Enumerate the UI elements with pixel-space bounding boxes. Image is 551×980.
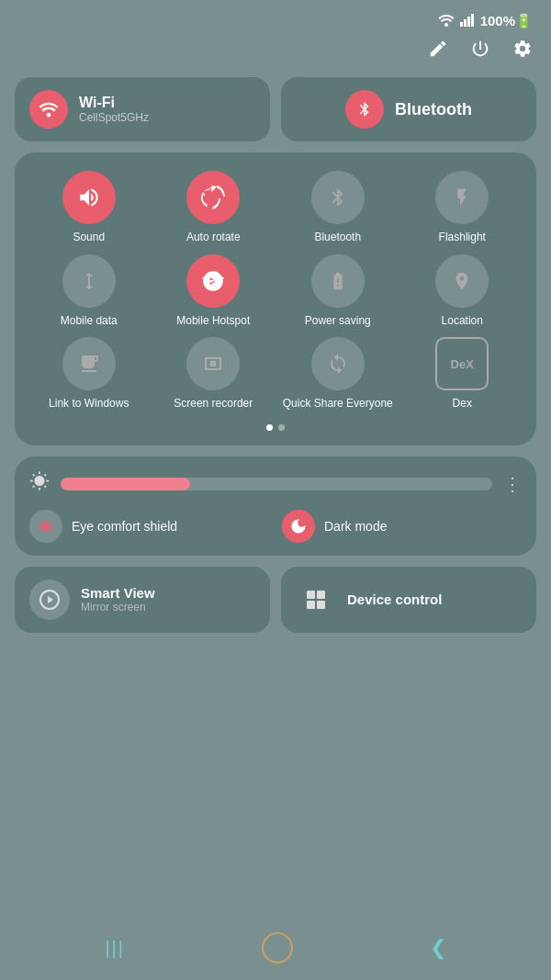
svg-point-6 [43, 523, 50, 529]
shortcut-link-windows[interactable]: Link to Windows [29, 337, 149, 411]
signal-icon [460, 14, 475, 29]
link-windows-label: Link to Windows [49, 397, 129, 411]
power-saving-label: Power saving [305, 314, 371, 329]
shortcut-mobile-hotspot[interactable]: Mobile Hotspot [154, 254, 274, 329]
power-saving-icon [311, 254, 365, 308]
svg-rect-2 [464, 19, 467, 27]
svg-rect-4 [471, 14, 474, 27]
shortcut-flashlight[interactable]: Flashlight [403, 171, 523, 245]
bluetooth-toggle-icon [345, 90, 384, 129]
svg-rect-9 [307, 591, 315, 599]
edit-icon[interactable] [428, 39, 448, 64]
smart-view-icon [29, 580, 70, 620]
comfort-row: Eye comfort shield Dark mode [29, 510, 522, 543]
svg-point-5 [47, 113, 51, 118]
smart-view-subtitle: Mirror screen [81, 601, 155, 614]
nav-bar: ||| ❮ [0, 916, 551, 980]
svg-rect-10 [317, 591, 325, 599]
hotspot-icon [186, 254, 240, 308]
dark-mode-item[interactable]: Dark mode [282, 510, 522, 543]
brightness-panel: ⋮ Eye comfort shield Dark mode [15, 456, 536, 556]
bottom-tiles: Smart View Mirror screen Device control [0, 567, 551, 648]
top-actions [0, 35, 551, 77]
eye-comfort-item[interactable]: Eye comfort shield [29, 510, 269, 543]
mobile-data-label: Mobile data [61, 314, 118, 329]
location-icon [435, 254, 489, 308]
sound-icon [62, 171, 116, 224]
screen-recorder-label: Screen recorder [174, 397, 253, 411]
bluetooth-title: Bluetooth [395, 100, 472, 119]
smart-view-tile[interactable]: Smart View Mirror screen [15, 567, 270, 633]
wifi-toggle-text: Wi-Fi CellSpot5GHz [79, 95, 149, 124]
shortcut-screen-recorder[interactable]: Screen recorder [154, 337, 274, 411]
brightness-fill [61, 478, 190, 490]
wifi-title: Wi-Fi [79, 95, 149, 111]
shortcut-location[interactable]: Location [403, 254, 523, 329]
dark-mode-icon [282, 510, 315, 543]
device-control-title: Device control [347, 591, 442, 607]
smart-view-title: Smart View [81, 585, 155, 601]
shortcuts-grid: Sound Auto rotate Bluetooth [29, 171, 522, 411]
flashlight-icon [435, 171, 489, 224]
hotspot-label: Mobile Hotspot [176, 314, 250, 329]
svg-rect-1 [460, 22, 463, 27]
dark-mode-label: Dark mode [324, 519, 387, 534]
dot-2 [278, 424, 285, 431]
power-icon[interactable] [470, 39, 490, 64]
sound-label: Sound [73, 231, 105, 245]
bluetooth-toggle[interactable]: Bluetooth [281, 77, 536, 141]
quick-toggles: Wi-Fi CellSpot5GHz Bluetooth [0, 77, 551, 152]
shortcut-mobile-data[interactable]: Mobile data [29, 254, 149, 329]
svg-rect-11 [307, 601, 315, 609]
auto-rotate-label: Auto rotate [186, 231, 241, 245]
brightness-row: ⋮ [29, 471, 522, 497]
device-control-icon [296, 580, 336, 620]
mobile-data-icon [62, 254, 116, 308]
brightness-menu-icon[interactable]: ⋮ [503, 473, 522, 495]
screen-recorder-icon [186, 337, 240, 390]
auto-rotate-icon [186, 171, 240, 224]
settings-icon[interactable] [512, 39, 533, 64]
bluetooth-grid-icon [311, 171, 365, 224]
device-control-tile[interactable]: Device control [281, 567, 536, 633]
shortcut-auto-rotate[interactable]: Auto rotate [154, 171, 274, 245]
wifi-icon [438, 14, 455, 29]
smart-view-text: Smart View Mirror screen [81, 585, 155, 614]
brightness-track[interactable] [61, 478, 492, 490]
svg-marker-8 [48, 596, 53, 603]
wifi-toggle-icon [29, 90, 68, 129]
wifi-toggle[interactable]: Wi-Fi CellSpot5GHz [15, 77, 270, 141]
location-label: Location [442, 314, 483, 329]
svg-rect-3 [467, 17, 470, 27]
bluetooth-grid-label: Bluetooth [314, 231, 361, 245]
shortcut-sound[interactable]: Sound [29, 171, 149, 245]
shortcut-bluetooth[interactable]: Bluetooth [278, 171, 398, 245]
flashlight-label: Flashlight [439, 231, 486, 245]
svg-point-0 [444, 23, 448, 27]
dex-icon: DeX [435, 337, 489, 390]
battery-text: 100%🔋 [480, 13, 533, 29]
quick-share-icon [311, 337, 365, 390]
status-bar: 100%🔋 [0, 0, 551, 35]
dot-1 [266, 424, 273, 431]
svg-rect-12 [317, 601, 325, 609]
quick-share-label: Quick Share Everyone [283, 397, 393, 411]
back-button[interactable]: ❮ [430, 936, 446, 960]
eye-comfort-icon [29, 510, 62, 543]
pagination-dots [29, 424, 522, 431]
link-windows-icon [62, 337, 116, 390]
shortcut-dex[interactable]: DeX Dex [403, 337, 523, 411]
recents-button[interactable]: ||| [105, 938, 125, 959]
shortcut-quick-share[interactable]: Quick Share Everyone [278, 337, 398, 411]
dex-label: Dex [453, 397, 472, 411]
shortcut-power-saving[interactable]: Power saving [278, 254, 398, 329]
home-button[interactable] [262, 932, 293, 963]
wifi-subtitle: CellSpot5GHz [79, 111, 149, 124]
eye-comfort-label: Eye comfort shield [72, 519, 177, 534]
brightness-icon [29, 471, 50, 497]
shortcuts-panel: Sound Auto rotate Bluetooth [15, 152, 536, 445]
